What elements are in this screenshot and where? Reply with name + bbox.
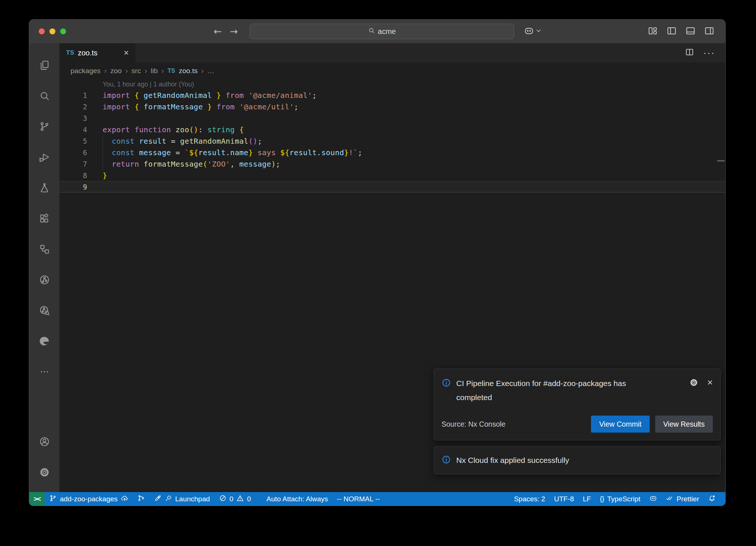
- activity-bar-item-search[interactable]: [29, 81, 59, 112]
- code-line-6[interactable]: 6 const message = `${result.name} says $…: [59, 147, 725, 158]
- notification-settings-gear-icon[interactable]: [689, 378, 698, 389]
- line-number: 5: [59, 137, 87, 145]
- activity-bar-item-remote-explorer[interactable]: [29, 235, 59, 265]
- code-line-2[interactable]: 2import { formatMessage } from '@acme/ut…: [59, 101, 725, 112]
- activity-bar-item-accounts[interactable]: [29, 427, 59, 458]
- breadcrumb-item[interactable]: packages: [71, 67, 100, 75]
- status-item-notifications-bell[interactable]: [704, 492, 720, 506]
- ellipsis-icon: [39, 366, 50, 379]
- code-line-1[interactable]: 1import { getRandomAnimal } from '@acme/…: [59, 89, 725, 101]
- status-item-encoding[interactable]: UTF-8: [550, 492, 578, 506]
- command-center-search[interactable]: acme: [250, 24, 514, 39]
- go-forward-button[interactable]: →: [230, 26, 238, 37]
- status-item-copilot-status[interactable]: [645, 492, 662, 506]
- notification-message: Nx Cloud fix applied successfully: [456, 455, 569, 465]
- status-item-indentation[interactable]: Spaces: 2: [509, 492, 550, 506]
- view-results-button[interactable]: View Results: [655, 416, 713, 433]
- git-blame-annotation: You, 1 hour ago | 1 author (You): [59, 79, 725, 89]
- warning-icon: [236, 494, 244, 504]
- code-line-9[interactable]: 9: [59, 181, 725, 192]
- status-item-formatter-prettier[interactable]: Prettier: [662, 492, 704, 506]
- notification-nx-cloud-fix: Nx Cloud fix applied successfully: [434, 446, 721, 474]
- status-text: add-zoo-packages: [60, 495, 117, 503]
- status-text: 0: [230, 495, 234, 503]
- activity-bar-item-testing[interactable]: [29, 173, 59, 204]
- breadcrumb-item[interactable]: zoo: [110, 67, 122, 75]
- toggle-panel-icon[interactable]: [685, 25, 696, 38]
- minimize-window-button[interactable]: [49, 28, 55, 34]
- tab-zoo-ts[interactable]: TS zoo.ts ×: [59, 43, 135, 62]
- status-text: 0: [247, 495, 251, 503]
- breadcrumb-separator: ›: [104, 66, 107, 75]
- line-number: 6: [59, 149, 87, 157]
- status-item-git-graph[interactable]: [133, 492, 150, 506]
- source-control-icon: [39, 121, 50, 134]
- status-text: UTF-8: [554, 495, 574, 503]
- status-item-problems[interactable]: 00: [214, 492, 255, 506]
- copilot-menu[interactable]: [524, 20, 542, 43]
- status-item-launchpad[interactable]: Launchpad: [150, 492, 214, 506]
- line-number: 9: [59, 183, 87, 191]
- breadcrumb-separator: ›: [145, 66, 147, 75]
- code-text: import { getRandomAnimal } from '@acme/a…: [87, 91, 317, 100]
- activity-bar-item-settings[interactable]: [29, 458, 59, 488]
- breadcrumb-item[interactable]: src: [131, 67, 141, 75]
- braces-icon: {}: [600, 495, 604, 503]
- toggle-secondary-sidebar-icon[interactable]: [704, 25, 715, 38]
- activity-bar-item-more-views[interactable]: [29, 357, 59, 388]
- git-graph-icon: [137, 494, 145, 504]
- copilot-icon: [524, 25, 534, 37]
- code-line-5[interactable]: 5 const result = getRandomAnimal();: [59, 135, 725, 147]
- notification-close-icon[interactable]: ×: [707, 378, 713, 387]
- close-tab-icon[interactable]: ×: [124, 48, 129, 57]
- code-line-3[interactable]: 3: [59, 112, 725, 124]
- breadcrumb-separator: ›: [201, 66, 204, 75]
- line-number: 1: [59, 91, 87, 99]
- info-icon: [441, 376, 451, 405]
- code-line-4[interactable]: 4export function zoo(): string {: [59, 124, 725, 135]
- activity-bar-item-source-control[interactable]: [29, 112, 59, 143]
- more-actions-icon[interactable]: ···: [703, 47, 715, 59]
- window-controls: [39, 28, 66, 34]
- activity-bar-item-explorer[interactable]: [29, 51, 59, 81]
- toggle-primary-sidebar-icon[interactable]: [666, 25, 677, 38]
- overview-ruler-cursor: [717, 160, 725, 161]
- code-text: const result = getRandomAnimal();: [87, 137, 262, 146]
- status-item-remote-indicator[interactable]: ><: [29, 492, 45, 506]
- activity-bar-item-edge-browser[interactable]: [29, 327, 59, 357]
- breadcrumb-item[interactable]: lib: [151, 67, 158, 75]
- zoom-window-button[interactable]: [60, 28, 66, 34]
- indent-guide: [103, 135, 103, 170]
- status-item-auto-attach[interactable]: Auto Attach: Always: [262, 492, 333, 506]
- view-commit-button[interactable]: View Commit: [591, 416, 650, 433]
- status-item-language-mode[interactable]: {}TypeScript: [595, 492, 645, 506]
- activity-bar-item-nx-console[interactable]: [29, 265, 59, 296]
- status-item-eol[interactable]: LF: [578, 492, 595, 506]
- gear-icon: [39, 467, 50, 480]
- breadcrumb-item-file[interactable]: zoo.ts: [179, 67, 197, 75]
- status-text: Launchpad: [175, 495, 210, 503]
- breadcrumb-symbol-ellipsis[interactable]: …: [207, 67, 214, 75]
- error-icon: [219, 494, 227, 504]
- go-back-button[interactable]: ←: [214, 26, 222, 37]
- code-line-8[interactable]: 8}: [59, 170, 725, 181]
- breadcrumb-separator: ›: [126, 66, 128, 75]
- customize-layout-icon[interactable]: [647, 25, 658, 38]
- command-center-text: acme: [378, 27, 396, 36]
- split-editor-icon[interactable]: [685, 47, 694, 58]
- line-number: 4: [59, 126, 87, 134]
- activity-bar-item-run-and-debug[interactable]: [29, 143, 59, 173]
- activity-bar-item-extensions[interactable]: [29, 204, 59, 235]
- status-item-git-branch-status[interactable]: add-zoo-packages: [45, 492, 133, 506]
- code-text: return formatMessage('ZOO', message);: [87, 160, 280, 168]
- code-line-7[interactable]: 7 return formatMessage('ZOO', message);: [59, 158, 725, 170]
- chevron-down-icon: [536, 28, 542, 35]
- status-text: TypeScript: [607, 495, 640, 503]
- circle-branch-icon: [39, 274, 50, 287]
- close-window-button[interactable]: [39, 28, 45, 34]
- activity-bar: [29, 43, 59, 492]
- beaker-icon: [39, 182, 50, 195]
- status-item-vim-mode[interactable]: -- NORMAL --: [333, 492, 384, 506]
- activity-bar-item-nx-cloud[interactable]: [29, 296, 59, 327]
- debug-icon: [39, 151, 50, 164]
